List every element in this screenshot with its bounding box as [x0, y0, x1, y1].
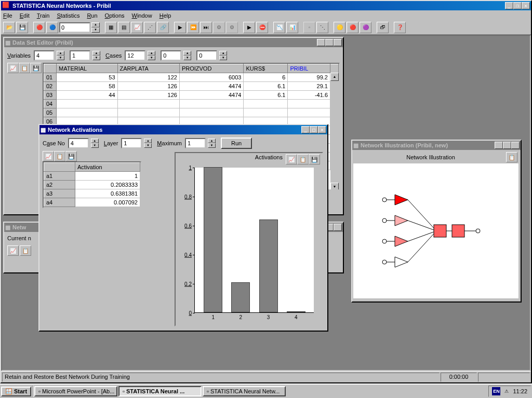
toolbar-m2-icon[interactable]: ⋱ — [316, 22, 328, 33]
toolbar-y1-icon[interactable]: 🟡 — [334, 22, 345, 33]
cell[interactable] — [244, 108, 288, 117]
taskbar-task[interactable]: ▫STATISTICA Neural Netw... — [203, 386, 286, 396]
row-header[interactable]: 05 — [44, 108, 57, 117]
col-header[interactable]: ZARPLATA — [117, 64, 179, 73]
copy-icon[interactable]: 📋 — [54, 151, 65, 161]
cell[interactable]: 0.007092 — [75, 198, 140, 207]
toolbar-stop-icon[interactable]: ⛔ — [256, 22, 268, 33]
cell[interactable] — [117, 100, 179, 108]
cell[interactable] — [179, 108, 244, 117]
menu-run[interactable]: Run — [87, 12, 97, 19]
toolbar-input[interactable] — [59, 22, 90, 33]
toolbar-net1-icon[interactable]: 🔴 — [33, 22, 45, 33]
cases-b-input[interactable] — [161, 50, 181, 61]
menu-train[interactable]: Train — [37, 12, 50, 19]
menu-options[interactable]: Options — [105, 12, 125, 19]
row-header[interactable]: a1 — [44, 172, 75, 181]
col-header[interactable]: PRIBIL — [288, 64, 330, 73]
illus-close[interactable]: ✕ — [511, 142, 520, 149]
cell[interactable]: 0.2083333 — [75, 181, 140, 189]
toolbar-save-icon[interactable]: 💾 — [16, 22, 28, 33]
cases-c-input[interactable] — [196, 50, 217, 61]
spin-down-icon[interactable]: ▼ — [208, 143, 216, 148]
cell[interactable]: 4474 — [179, 82, 244, 91]
taskbar-task[interactable]: ▫STATISTICA Neural ... — [118, 386, 202, 396]
toolbar-train4-icon[interactable]: ⚙ — [213, 22, 225, 33]
cell[interactable]: 6003 — [179, 73, 244, 82]
var-in-input[interactable] — [34, 50, 55, 61]
col-header[interactable]: MATERIAL — [57, 64, 118, 73]
cell[interactable] — [288, 108, 330, 117]
col-header[interactable]: Activation — [75, 163, 140, 172]
cell[interactable]: 99.2 — [288, 73, 330, 82]
restore-button[interactable]: ❐ — [513, 2, 522, 9]
toolbar-open-icon[interactable]: 📂 — [3, 22, 15, 33]
cell[interactable]: 4474 — [179, 91, 244, 100]
copy-icon[interactable]: 📋 — [297, 154, 309, 164]
cell[interactable] — [117, 108, 179, 117]
chart-icon[interactable]: 📈 — [43, 151, 54, 161]
toolbar-scatter-icon[interactable]: ⋰ — [144, 22, 156, 33]
activ-grid[interactable]: Activationa11a20.2083333a30.6381381a40.0… — [43, 161, 141, 208]
illus-maximize[interactable]: □ — [503, 142, 511, 149]
cell[interactable]: 44 — [57, 91, 118, 100]
toolbar-grid-icon[interactable]: ▦ — [105, 22, 117, 33]
toolbar-list-icon[interactable]: ▤ — [118, 22, 130, 33]
toolbar-run-icon[interactable]: ▶ — [243, 22, 255, 33]
copy-icon[interactable]: 📋 — [506, 152, 517, 162]
spin-up-icon[interactable]: ▲ — [92, 51, 100, 56]
row-header[interactable]: 02 — [44, 82, 57, 91]
taskbar-task[interactable]: ▫Microsoft PowerPoint - [Ab... — [34, 386, 117, 396]
dataset-maximize[interactable]: □ — [325, 39, 334, 46]
illus-titlebar[interactable]: ▦ Network Illustration (Pribil, new) _ □… — [352, 141, 521, 150]
cell[interactable]: 58 — [57, 82, 118, 91]
toolbar-nodes-icon[interactable]: 🔗 — [157, 22, 169, 33]
case-input[interactable] — [68, 138, 89, 148]
toolbar-y2-icon[interactable]: 🔴 — [347, 22, 358, 33]
cell[interactable]: 126 — [117, 91, 179, 100]
menu-edit[interactable]: Edit — [20, 12, 30, 19]
toolbar-window-icon[interactable]: 🗗 — [377, 22, 389, 33]
cell[interactable] — [57, 108, 118, 117]
netset-close[interactable]: ✕ — [334, 224, 342, 231]
toolbar-m1-icon[interactable]: ▫ — [303, 22, 315, 33]
minimize-button[interactable]: _ — [505, 2, 513, 9]
row-header[interactable]: a4 — [44, 198, 75, 207]
activ-maximize[interactable]: □ — [310, 126, 318, 133]
cell[interactable] — [288, 100, 330, 108]
menu-file[interactable]: File — [3, 12, 12, 19]
scroll-up-icon[interactable]: ▲ — [330, 73, 339, 81]
cell[interactable]: 1 — [75, 172, 140, 181]
row-header[interactable]: a3 — [44, 189, 75, 198]
cell[interactable]: 6 — [244, 73, 288, 82]
cell[interactable] — [57, 100, 118, 108]
cell[interactable]: 29.1 — [288, 82, 330, 91]
save-icon[interactable]: 💾 — [30, 63, 42, 73]
row-header[interactable]: 03 — [44, 91, 57, 100]
toolbar-line-icon[interactable]: 📉 — [273, 22, 285, 33]
cell[interactable]: 126 — [117, 82, 179, 91]
spin-down-icon[interactable]: ▼ — [219, 56, 227, 60]
toolbar-net2-icon[interactable]: 🔵 — [46, 22, 58, 33]
toolbar-train2-icon[interactable]: ⏩ — [187, 22, 199, 33]
cell[interactable]: 0.6381381 — [75, 189, 140, 198]
spin-up-icon[interactable]: ▲ — [91, 139, 99, 143]
spin-down-icon[interactable]: ▼ — [57, 56, 64, 60]
scroll-down-icon[interactable]: ▼ — [330, 183, 339, 190]
activ-close[interactable]: ✕ — [318, 126, 326, 133]
row-header[interactable]: 04 — [44, 100, 57, 108]
save-icon[interactable]: 💾 — [65, 151, 77, 161]
spin-up-icon[interactable]: ▲ — [183, 51, 191, 56]
toolbar-y3-icon[interactable]: 🟣 — [360, 22, 371, 33]
cell[interactable]: 122 — [117, 73, 179, 82]
run-button[interactable]: Run — [221, 138, 252, 149]
start-button[interactable]: 🪟 Start — [1, 387, 31, 396]
chart-icon[interactable]: 📈 — [286, 154, 297, 164]
close-button[interactable]: ✕ — [522, 2, 530, 9]
spin-down-icon[interactable]: ▼ — [91, 143, 99, 148]
cell[interactable]: 53 — [57, 73, 118, 82]
cell[interactable] — [179, 100, 244, 108]
spin-up-icon[interactable]: ▲ — [57, 51, 64, 56]
row-header[interactable]: 01 — [44, 73, 57, 82]
toolbar-help-icon[interactable]: ❓ — [394, 22, 406, 33]
